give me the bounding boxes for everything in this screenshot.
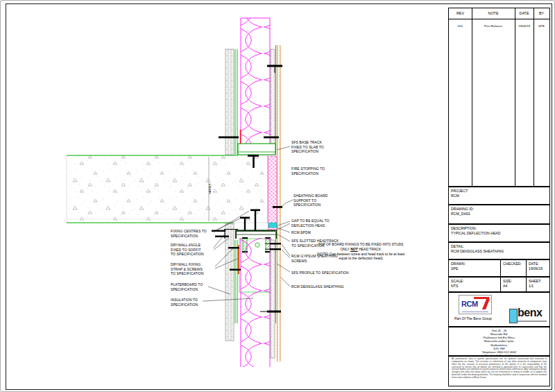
project-value: RCM <box>451 194 547 198</box>
label-rcm-epdm: RCM EPDM <box>291 230 311 235</box>
project-box: PROJECT: RCM <box>448 187 550 205</box>
disclaimer-text: All performance data & system specificat… <box>452 357 547 379</box>
note-text: HEAD TRACK <box>358 247 382 251</box>
wall-upper <box>225 18 276 155</box>
drawing-id-value: RCM_DH01 <box>451 212 547 216</box>
label-sfs-base-track: SFS BASE TRACK FIXED TO SLAB TO SPECIFIC… <box>291 140 324 154</box>
table-divider <box>515 8 515 186</box>
varies-dimension-label: VARIES <box>208 183 212 194</box>
label-insulation: INSULATION TO SPECIFICATION <box>171 298 198 307</box>
benx-logo-mark <box>509 309 518 323</box>
wall-lower <box>224 223 276 367</box>
size-value: A4 <box>503 284 524 289</box>
sfs-base-track <box>238 144 275 155</box>
sheet-value: 1/1 <box>529 284 547 289</box>
label-fire-stopping: FIRE STOPPING TO SPECIFICATION <box>291 167 325 176</box>
detail-box: DETAIL: RCM DENSGLASS SHEATHING <box>448 242 550 259</box>
drawing-id-box: DRAWING ID: RCM_DH01 <box>448 205 550 224</box>
densglass-sheathing <box>278 45 281 361</box>
concrete-slab: VARIES <box>67 155 268 223</box>
table-divider <box>533 8 534 186</box>
by-value: SPE <box>533 24 549 28</box>
label-drywall-angle: DRYWALL ANGLE FIXED TO SOFFIT TO SPECIFI… <box>171 243 204 257</box>
rev-value: 001 <box>449 24 472 28</box>
note-parenthetical: (NOTE! Gap between screw and head track … <box>316 252 405 262</box>
fire-stopping <box>268 156 278 230</box>
drawn-row: DRAWN: SPE CHECKED: DATE: 19/09/19 <box>448 259 550 277</box>
detail-value: RCM DENSGLASS SHEATHING <box>451 249 547 254</box>
disclaimer-box: All performance data & system specificat… <box>448 356 550 386</box>
detail-label: DETAIL: <box>451 244 547 249</box>
table-row: 001 First Release 19/08/19 SPE <box>449 19 549 33</box>
rcm-logo-text: RCM <box>461 300 478 308</box>
col-header-rev: REV <box>449 11 472 17</box>
sheet-cell: SHEET: 1/1 <box>527 278 549 291</box>
drawn-label: DRAWN: <box>451 262 498 266</box>
note-emphasis: NOT <box>350 247 358 251</box>
drawing-id-label: DRAWING ID: <box>451 207 547 212</box>
checked-label: CHECKED: <box>503 262 524 266</box>
size-label: SIZE: <box>503 279 524 284</box>
label-densglass: RCM DENSGLASS SHEATHING <box>291 284 344 289</box>
plasterboard-lower <box>225 223 234 341</box>
date-value: 19/09/19 <box>529 266 547 271</box>
label-sheathing-support: SHEATHING BOARD SUPPORT TO SPECIFICATION <box>293 194 327 207</box>
project-label: PROJECT: <box>451 189 547 194</box>
scale-value: NTS <box>451 284 498 289</box>
table-divider <box>472 8 472 186</box>
benx-logo-tagline <box>518 321 547 322</box>
part-of-benx-text: Part Of The Benx Group <box>454 316 492 321</box>
sheathing-board-upper <box>271 49 275 144</box>
benx-logo-text: benx <box>518 307 542 319</box>
description-value: TYPICAL DEFLECTION HEAD <box>451 231 547 236</box>
benx-logo: benx <box>509 308 549 326</box>
rcm-logo: RCM <box>459 295 492 314</box>
label-gap: GAP TO BE EQUAL TO DEFLECTION HEAD <box>291 219 330 228</box>
plasterboard-upper <box>225 49 234 155</box>
insulation-upper <box>241 18 270 144</box>
description-label: DESCRIPTION: <box>451 226 547 231</box>
drawing-sheet: VARIES <box>0 0 555 392</box>
label-drywall-strap: DRYWALL FIXING STRAP & SCREWS TO SPECIFI… <box>171 262 204 276</box>
epdm-membrane <box>268 223 277 228</box>
date-value: 19/08/19 <box>515 24 533 28</box>
revision-table: REV NOTE DATE BY 001 First Release 19/08… <box>448 8 550 187</box>
drawn-value: SPE <box>451 266 498 271</box>
insulation-lower <box>241 238 270 367</box>
rcm-logo-swoosh <box>482 299 490 309</box>
revision-table-header: REV NOTE DATE BY <box>449 8 549 19</box>
scale-row: SCALE: NTS SIZE: A4 SHEET: 1/1 <box>448 277 550 292</box>
sheathing-board-lower <box>271 240 275 358</box>
address-box: Unit 25 - 26 Rosevale Rd, Parkhouse Ind … <box>448 327 550 356</box>
date-cell: DATE: 19/09/19 <box>527 260 549 276</box>
rcm-logo-tagline <box>462 312 488 313</box>
date-label: DATE: <box>529 262 547 266</box>
label-sfs-profile: SFS PROFILE TO SPECIFICATION <box>291 271 349 275</box>
col-header-date: DATE <box>515 11 533 17</box>
label-board-fixings-note: TOP OF BOARD FIXINGS TO BE FIXED INTO ST… <box>316 242 405 261</box>
size-cell: SIZE: A4 <box>501 278 527 291</box>
checked-cell: CHECKED: <box>501 260 527 276</box>
drawn-cell: DRAWN: SPE <box>449 260 501 276</box>
sheet-label: SHEET: <box>529 279 547 284</box>
scale-label: SCALE: <box>451 279 498 284</box>
label-fixing-centres: FIXING CENTRES TO SPECIFICATION <box>171 229 207 238</box>
note-value: First Release <box>472 24 515 28</box>
label-plasterboard: PLATERBOARD TO SPECIFICATION <box>171 282 203 291</box>
scale-cell: SCALE: NTS <box>449 278 501 291</box>
col-header-note: NOTE <box>472 11 515 17</box>
description-box: DESCRIPTION: TYPICAL DEFLECTION HEAD <box>448 224 550 242</box>
col-header-by: BY <box>533 11 549 17</box>
